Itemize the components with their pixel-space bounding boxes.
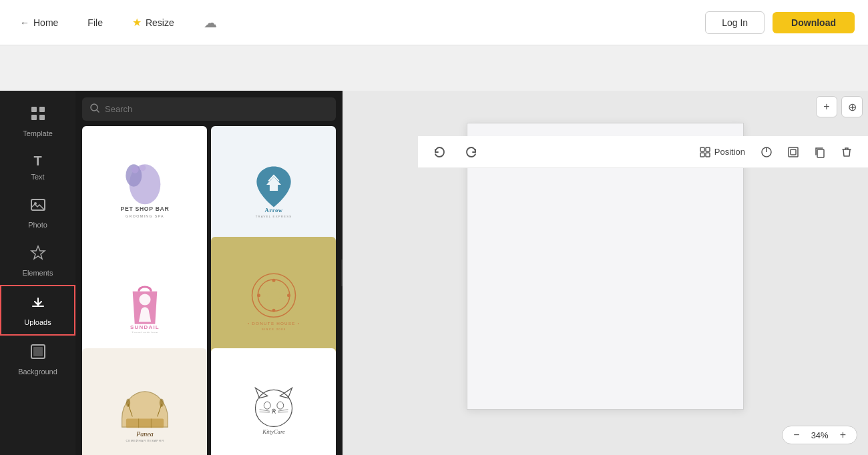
position-button[interactable]: Position [694, 144, 750, 160]
text-icon: T [33, 153, 41, 169]
resize-button[interactable]: ★ Resize [126, 12, 181, 33]
sidebar-item-elements[interactable]: Elements [0, 237, 75, 285]
svg-rect-55 [791, 149, 796, 155]
search-icon [90, 103, 99, 115]
main-area: Template T Text Photo Elements [0, 91, 868, 455]
svg-rect-8 [33, 347, 43, 356]
svg-rect-49 [700, 147, 704, 151]
elements-icon [30, 245, 46, 265]
svg-text:KittyCare: KittyCare [262, 429, 285, 436]
svg-point-26 [272, 309, 275, 312]
duplicate-page-button[interactable]: ⊕ [841, 96, 863, 117]
cloud-icon: ☁ [204, 15, 217, 31]
svg-point-25 [272, 279, 275, 282]
topbar: ← Home File ★ Resize ☁ Log In Download [0, 0, 868, 45]
cloud-save-button[interactable]: ☁ [197, 11, 224, 35]
home-button[interactable]: ← Home [13, 13, 65, 32]
uploads-icon [30, 294, 46, 314]
text-label: Text [31, 173, 44, 181]
template-card-panea[interactable]: Panea СЕМЕЙНАЯ ПЕКАРНЯ [82, 348, 207, 455]
svg-line-47 [278, 412, 288, 413]
svg-text:PET SHOP BAR: PET SHOP BAR [120, 205, 169, 212]
resize-label: Resize [146, 17, 174, 28]
photo-label: Photo [28, 221, 47, 229]
svg-rect-3 [39, 115, 45, 120]
svg-point-35 [126, 399, 130, 408]
background-label: Background [18, 368, 57, 376]
download-button[interactable]: Download [773, 12, 855, 33]
template-icon [30, 105, 46, 125]
search-input[interactable] [105, 97, 328, 121]
zoom-out-button[interactable]: − [789, 429, 803, 441]
topbar-left: ← Home File ★ Resize ☁ [13, 11, 692, 35]
file-label: File [87, 17, 103, 28]
template-card-kittycare[interactable]: KittyCare [211, 348, 336, 455]
svg-point-28 [287, 294, 290, 297]
login-button[interactable]: Log In [705, 11, 765, 34]
add-page-button[interactable]: + [816, 96, 837, 117]
svg-text:GROOMING SPA: GROOMING SPA [126, 214, 164, 218]
svg-text:SUNDAIL: SUNDAIL [130, 324, 160, 330]
svg-line-46 [278, 410, 288, 411]
svg-line-44 [259, 410, 269, 411]
svg-point-41 [264, 402, 270, 409]
svg-point-19 [139, 294, 150, 305]
svg-rect-50 [706, 147, 710, 151]
star-icon: ★ [132, 16, 142, 29]
svg-point-37 [159, 399, 163, 408]
topbar-right: Log In Download [705, 11, 855, 34]
arrange-button[interactable] [783, 141, 804, 163]
svg-rect-31 [126, 419, 163, 428]
sidebar-item-uploads[interactable]: Uploads [0, 285, 75, 336]
redo-button[interactable] [461, 141, 482, 163]
uploads-label: Uploads [24, 318, 51, 326]
svg-text:TRAVEL EXPRESS: TRAVEL EXPRESS [255, 214, 292, 217]
template-card-donuts[interactable]: • DONUTS HOUSE • SINCE 2006 [211, 237, 336, 362]
svg-text:• DONUTS HOUSE •: • DONUTS HOUSE • [247, 320, 299, 325]
template-card-sundail[interactable]: SUNDAIL Travel with love [82, 237, 207, 362]
svg-point-13 [132, 166, 139, 173]
zoom-controls: − 34% + [782, 426, 857, 444]
background-icon [30, 344, 46, 364]
template-label: Template [23, 129, 53, 137]
canvas-area: Position [343, 91, 868, 455]
home-icon: ← [20, 17, 29, 28]
svg-rect-51 [700, 153, 704, 157]
template-card-arrow[interactable]: Arrow TRAVEL EXPRESS pro [211, 126, 336, 251]
templates-grid: PET SHOP BAR GROOMING SPA pro [75, 126, 343, 455]
svg-text:Travel with love: Travel with love [132, 331, 158, 333]
sidebar-item-photo[interactable]: Photo [0, 189, 75, 237]
zoom-in-button[interactable]: + [836, 429, 850, 441]
svg-rect-1 [39, 107, 45, 112]
svg-point-24 [267, 289, 280, 302]
svg-point-14 [140, 165, 146, 171]
panel: PET SHOP BAR GROOMING SPA pro [75, 91, 343, 455]
svg-rect-56 [817, 149, 824, 157]
svg-rect-0 [31, 107, 37, 112]
canvas-controls-top: + ⊕ [816, 96, 863, 117]
sidebar-item-template[interactable]: Template [0, 97, 75, 145]
position-label: Position [714, 147, 745, 157]
svg-text:SINCE 2006: SINCE 2006 [261, 327, 286, 330]
undo-button[interactable] [429, 141, 450, 163]
zoom-level: 34% [807, 430, 833, 440]
sidebar-item-text[interactable]: T Text [0, 145, 75, 189]
svg-text:Panea: Panea [136, 430, 154, 438]
copy-button[interactable] [809, 141, 831, 163]
svg-rect-2 [31, 115, 37, 120]
photo-icon [30, 197, 46, 217]
svg-line-45 [259, 412, 269, 413]
svg-point-42 [276, 402, 283, 409]
fill-color-button[interactable] [756, 141, 777, 163]
search-bar [82, 97, 336, 121]
svg-point-40 [255, 390, 292, 427]
svg-rect-54 [789, 147, 798, 157]
toolbar: Position [418, 136, 868, 168]
template-card-petshop[interactable]: PET SHOP BAR GROOMING SPA pro [82, 126, 207, 251]
panel-collapse-button[interactable]: ◀ [341, 260, 343, 286]
file-button[interactable]: File [81, 13, 110, 32]
svg-rect-52 [706, 153, 710, 157]
svg-point-27 [257, 294, 260, 297]
delete-button[interactable] [836, 141, 857, 163]
sidebar-item-background[interactable]: Background [0, 336, 75, 384]
